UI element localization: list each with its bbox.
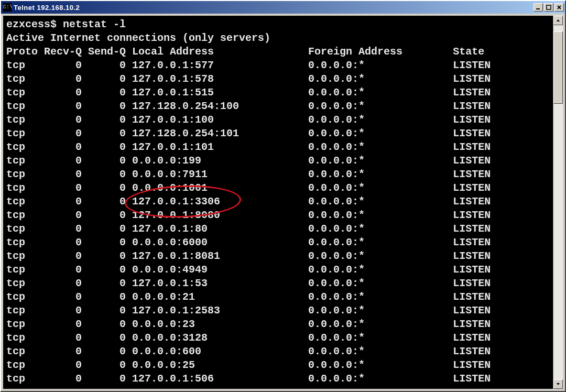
terminal-column-headers: Proto Recv-Q Send-Q Local Address Foreig… — [6, 45, 550, 59]
netstat-row: tcp 0 0 0.0.0.0:21 0.0.0.0:* LISTEN — [6, 290, 550, 304]
vertical-scrollbar[interactable] — [553, 16, 563, 389]
netstat-row: tcp 0 0 0.0.0.0:23 0.0.0.0:* LISTEN — [6, 318, 550, 331]
titlebar[interactable]: C:\ Telnet 192.168.10.2 — [1, 1, 565, 14]
scroll-track[interactable] — [553, 25, 563, 379]
close-button[interactable] — [554, 3, 564, 12]
netstat-row: tcp 0 0 0.0.0.0:3128 0.0.0.0:* LISTEN — [6, 331, 550, 345]
app-window: C:\ Telnet 192.168.10.2 ezxcess$ netstat… — [0, 0, 566, 392]
scroll-thumb[interactable] — [553, 31, 563, 104]
netstat-row: tcp 0 0 127.0.0.1:101 0.0.0.0:* LISTEN — [6, 140, 550, 154]
minimize-icon — [536, 5, 541, 10]
scroll-down-button[interactable] — [553, 379, 563, 389]
window-title: Telnet 192.168.10.2 — [14, 4, 534, 12]
netstat-row: tcp 0 0 127.128.0.254:101 0.0.0.0:* LIST… — [6, 127, 550, 140]
maximize-button[interactable] — [544, 3, 553, 12]
netstat-row: tcp 0 0 127.0.0.1:577 0.0.0.0:* LISTEN — [6, 59, 550, 72]
netstat-row: tcp 0 0 127.0.0.1:100 0.0.0.0:* LISTEN — [6, 113, 550, 127]
netstat-row: tcp 0 0 0.0.0.0:1001 0.0.0.0:* LISTEN — [6, 181, 550, 195]
netstat-row: tcp 0 0 0.0.0.0:25 0.0.0.0:* LISTEN — [6, 358, 550, 372]
svg-rect-1 — [547, 5, 551, 9]
netstat-row: tcp 0 0 127.0.0.1:3306 0.0.0.0:* LISTEN — [6, 195, 550, 209]
netstat-row: tcp 0 0 127.128.0.254:100 0.0.0.0:* LIST… — [6, 100, 550, 113]
maximize-icon — [546, 5, 551, 10]
chevron-up-icon — [556, 18, 560, 23]
netstat-row: tcp 0 0 127.0.0.1:515 0.0.0.0:* LISTEN — [6, 86, 550, 100]
terminal-command-line: ezxcess$ netstat -l — [6, 18, 550, 31]
scroll-up-button[interactable] — [553, 16, 563, 25]
netstat-row: tcp 0 0 127.0.0.1:8080 0.0.0.0:* LISTEN — [6, 209, 550, 222]
terminal-output[interactable]: ezxcess$ netstat -lActive Internet conne… — [3, 16, 553, 389]
minimize-button[interactable] — [534, 3, 543, 12]
netstat-row: tcp 0 0 0.0.0.0:4949 0.0.0.0:* LISTEN — [6, 263, 550, 277]
netstat-row: tcp 0 0 127.0.0.1:53 0.0.0.0:* LISTEN — [6, 277, 550, 290]
netstat-row: tcp 0 0 127.0.0.1:80 0.0.0.0:* LISTEN — [6, 222, 550, 236]
netstat-row: tcp 0 0 0.0.0.0:199 0.0.0.0:* LISTEN — [6, 154, 550, 168]
netstat-row: tcp 0 0 0.0.0.0:7911 0.0.0.0:* LISTEN — [6, 168, 550, 181]
cmd-prompt-icon: C:\ — [3, 3, 12, 12]
close-icon — [557, 5, 562, 10]
netstat-row: tcp 0 0 0.0.0.0:6000 0.0.0.0:* LISTEN — [6, 236, 550, 249]
chevron-down-icon — [556, 382, 560, 386]
netstat-row: tcp 0 0 127.0.0.1:8081 0.0.0.0:* LISTEN — [6, 249, 550, 263]
netstat-row: tcp 0 0 127.0.0.1:506 0.0.0.0:* LISTEN — [6, 372, 550, 386]
netstat-row: tcp 0 0 127.0.0.1:578 0.0.0.0:* LISTEN — [6, 72, 550, 86]
svg-rect-0 — [536, 8, 540, 9]
window-control-buttons — [534, 3, 564, 12]
netstat-row: tcp 0 0 127.0.0.1:2583 0.0.0.0:* LISTEN — [6, 304, 550, 318]
netstat-row: tcp 0 0 0.0.0.0:600 0.0.0.0:* LISTEN — [6, 345, 550, 358]
terminal-header-line: Active Internet connections (only server… — [6, 31, 550, 45]
client-area: ezxcess$ netstat -lActive Internet conne… — [3, 16, 563, 389]
